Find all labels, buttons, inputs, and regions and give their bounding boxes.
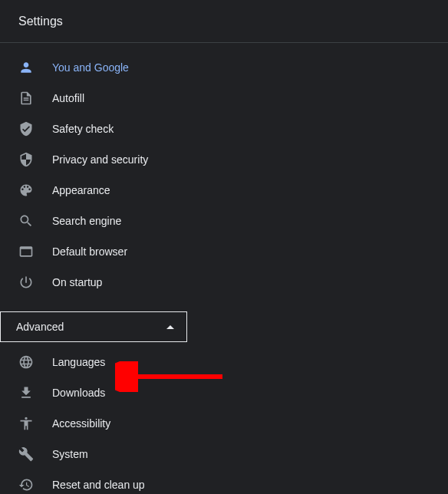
nav-label: Default browser [52,245,127,258]
nav-item-languages[interactable]: Languages [0,347,448,377]
nav-item-search-engine[interactable]: Search engine [0,206,448,236]
chevron-up-icon [166,325,174,329]
nav-item-privacy-security[interactable]: Privacy and security [0,144,448,175]
nav-label: Reset and clean up [52,479,145,491]
shield-icon [18,152,34,167]
globe-icon [18,354,34,370]
nav-item-downloads[interactable]: Downloads [0,377,448,408]
nav-item-autofill[interactable]: Autofill [0,83,448,114]
nav-item-system[interactable]: System [0,439,448,469]
shield-check-icon [18,121,34,137]
nav-label: You and Google [52,61,129,74]
nav-label: Autofill [52,92,84,104]
nav-label: Accessibility [52,417,110,430]
nav-item-safety-check[interactable]: Safety check [0,114,448,144]
nav-item-reset-cleanup[interactable]: Reset and clean up [0,469,448,494]
advanced-toggle[interactable]: Advanced [0,311,187,342]
nav-item-default-browser[interactable]: Default browser [0,236,448,267]
nav-label: Safety check [52,123,114,135]
nav-item-appearance[interactable]: Appearance [0,175,448,206]
browser-icon [18,244,34,259]
person-icon [18,60,34,75]
wrench-icon [18,446,34,462]
advanced-sub-nav: Languages Downloads Accessibility System [0,342,448,494]
form-icon [18,91,34,106]
nav-label: Languages [52,356,105,368]
download-icon [18,385,34,400]
palette-icon [18,183,34,198]
nav-label: Search engine [52,215,121,227]
header: Settings [0,0,448,43]
nav-item-you-and-google[interactable]: You and Google [0,52,448,83]
nav-label: Appearance [52,184,110,196]
accessibility-icon [18,416,34,431]
power-icon [18,275,34,290]
nav-label: On startup [52,276,102,288]
nav: You and Google Autofill Safety check Pri… [0,43,448,494]
nav-item-accessibility[interactable]: Accessibility [0,408,448,439]
nav-label: System [52,448,88,460]
nav-label: Privacy and security [52,153,148,166]
page-title: Settings [18,15,63,28]
nav-label: Downloads [52,387,105,399]
search-icon [18,213,34,229]
restore-icon [18,477,34,492]
advanced-label: Advanced [16,321,64,333]
nav-item-on-startup[interactable]: On startup [0,267,448,298]
